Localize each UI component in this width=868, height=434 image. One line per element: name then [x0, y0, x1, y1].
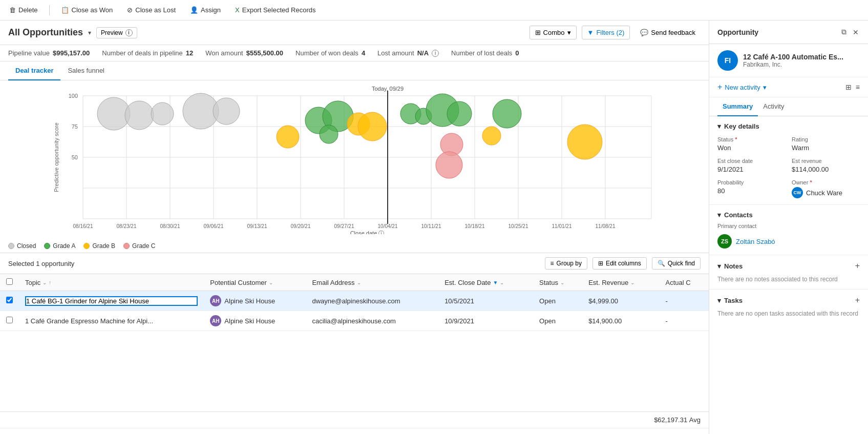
row-1-topic[interactable]	[19, 291, 204, 311]
row-2-checkbox[interactable]	[6, 317, 13, 323]
group-by-button[interactable]: ≡ Group by	[545, 257, 587, 270]
contact-avatar: ZS	[717, 234, 732, 249]
new-activity-button[interactable]: + New activity ▾	[717, 82, 767, 92]
right-panel-title: Opportunity	[717, 28, 758, 36]
main-tabs: Deal tracker Sales funnel	[0, 61, 709, 80]
svg-text:Close date ⓘ: Close date ⓘ	[350, 230, 385, 234]
stats-bar: Pipeline value $995,157.00 Number of dea…	[0, 45, 709, 61]
legend-grade-a-dot	[44, 243, 50, 249]
footer-label: Avg	[689, 416, 701, 424]
customer-sort-icon[interactable]: ⌄	[269, 280, 273, 285]
preview-button[interactable]: Preview i	[96, 27, 137, 38]
topic-sort-up-icon[interactable]: ↑	[49, 280, 51, 285]
feedback-button[interactable]: 💬 Send feedback	[635, 26, 701, 39]
svg-text:10/25/21: 10/25/21	[509, 223, 528, 229]
contact-name[interactable]: Zoltán Szabó	[736, 238, 775, 245]
plus-icon: +	[717, 82, 722, 92]
svg-text:09/20/21: 09/20/21	[291, 223, 311, 229]
right-header-icons: ⧉ ✕	[840, 27, 860, 37]
quick-find-button[interactable]: 🔍 Quick find	[652, 257, 701, 270]
row-1-revenue: $4,999.00	[582, 291, 659, 311]
svg-text:09/06/21: 09/06/21	[204, 223, 224, 229]
close-won-icon: 📋	[61, 6, 69, 14]
row-2-checkbox-cell[interactable]	[0, 311, 19, 331]
primary-contact-label: Primary contact	[709, 222, 868, 231]
probability-value: 80	[717, 187, 786, 195]
close-lost-button[interactable]: ⊘ Close as Lost	[124, 4, 179, 16]
svg-text:09/27/21: 09/27/21	[334, 223, 354, 229]
stat-won-deals: Number of won deals 4	[295, 49, 365, 57]
topic-sort-icon[interactable]: ⌄	[43, 280, 47, 285]
owner-row: CW Chuck Ware	[792, 187, 860, 198]
svg-text:11/01/21: 11/01/21	[552, 223, 572, 229]
select-all-header[interactable]	[0, 274, 19, 291]
assign-button[interactable]: 👤 Assign	[187, 4, 224, 16]
toolbar: 🗑 Delete 📋 Close as Won ⊘ Close as Lost …	[0, 0, 868, 20]
revenue-sort-icon[interactable]: ⌄	[630, 280, 634, 285]
edit-columns-button[interactable]: ⊞ Edit columns	[592, 257, 647, 270]
svg-point-47	[320, 125, 338, 143]
timeline-icon[interactable]: ⊞	[845, 83, 852, 91]
right-panel: Opportunity ⧉ ✕ FI 12 Café A-100 Automat…	[709, 20, 868, 434]
filter-button[interactable]: ▼ Filters (2)	[582, 26, 630, 39]
tasks-toggle-icon[interactable]: ▾	[717, 297, 721, 304]
svg-point-44	[277, 126, 299, 148]
delete-button[interactable]: 🗑 Delete	[6, 4, 41, 16]
row-1-topic-input[interactable]	[25, 296, 198, 306]
row-2-topic[interactable]: 1 Café Grande Espresso Machine for Alpi.…	[19, 311, 204, 331]
bubble-chart: 100 75 50 Predictive opportunity score T…	[8, 86, 701, 234]
tasks-section-header: ▾ Tasks +	[709, 290, 868, 308]
detail-owner: Owner * CW Chuck Ware	[792, 179, 860, 198]
svg-text:08/23/21: 08/23/21	[117, 223, 137, 229]
table-section: Selected 1 opportunity ≡ Group by ⊞ Edit…	[0, 253, 709, 434]
col-status: Status ⌄	[533, 274, 582, 291]
contact-row: ZS Zoltán Szabó	[709, 231, 868, 255]
close-date-filter-icon[interactable]: ▼	[493, 280, 498, 285]
row-1-checkbox[interactable]	[6, 297, 13, 303]
tab-sales-funnel[interactable]: Sales funnel	[60, 61, 112, 80]
add-task-button[interactable]: +	[855, 296, 860, 305]
tab-summary[interactable]: Summary	[717, 97, 758, 116]
export-button[interactable]: X Export Selected Records	[232, 4, 319, 16]
select-all-checkbox[interactable]	[6, 278, 13, 285]
stat-deals-pipeline: Number of deals in pipeline 12	[102, 49, 193, 57]
row-1-email: dwayne@alpineskihouse.com	[306, 291, 438, 311]
row-2-customer: AH Alpine Ski House	[204, 311, 306, 331]
close-panel-button[interactable]: ✕	[852, 27, 860, 37]
tab-deal-tracker[interactable]: Deal tracker	[8, 61, 60, 80]
key-details-section-header[interactable]: ▾ Key details	[709, 116, 868, 133]
combo-button[interactable]: ⊞ Combo ▾	[530, 26, 577, 39]
title-dropdown-icon[interactable]: ▾	[88, 29, 91, 36]
row-1-checkbox-cell[interactable]	[0, 291, 19, 311]
svg-point-43	[213, 98, 240, 125]
notes-section-header: ▾ Notes +	[709, 255, 868, 274]
owner-avatar: CW	[792, 187, 803, 198]
chart-legend: Closed Grade A Grade B Grade C	[0, 239, 709, 253]
new-activity-dropdown-icon[interactable]: ▾	[763, 84, 767, 91]
expand-panel-button[interactable]: ⧉	[840, 27, 848, 37]
status-sort-icon[interactable]: ⌄	[560, 280, 564, 285]
row-1-customer-avatar: AH	[210, 295, 221, 306]
col-revenue: Est. Revenue ⌄	[582, 274, 659, 291]
list-icon[interactable]: ≡	[856, 83, 860, 91]
notes-toggle-icon[interactable]: ▾	[717, 262, 721, 270]
main-container: All Opportunities ▾ Preview i ⊞ Combo ▾ …	[0, 20, 868, 434]
close-date-sort-icon[interactable]: ⌄	[500, 280, 504, 285]
row-1-close-date: 10/5/2021	[438, 291, 533, 311]
legend-grade-b: Grade B	[83, 242, 115, 250]
delete-icon: 🗑	[9, 6, 16, 14]
contacts-section-header[interactable]: ▾ Contacts	[709, 205, 868, 222]
left-panel: All Opportunities ▾ Preview i ⊞ Combo ▾ …	[0, 20, 709, 434]
col-potential-customer: Potential Customer ⌄	[204, 274, 306, 291]
legend-closed-dot	[8, 243, 14, 249]
close-won-button[interactable]: 📋 Close as Won	[58, 4, 116, 16]
add-note-button[interactable]: +	[855, 261, 860, 271]
row-1-actual: -	[660, 291, 709, 311]
svg-point-56	[482, 127, 501, 145]
tab-activity[interactable]: Activity	[758, 97, 789, 116]
opportunities-table: Topic ⌄ ↑ Potential Customer ⌄	[0, 274, 709, 331]
email-sort-icon[interactable]: ⌄	[357, 280, 361, 285]
horizontal-scrollbar[interactable]	[0, 428, 709, 434]
chart-area: 100 75 50 Predictive opportunity score T…	[0, 80, 709, 239]
row-1-customer: AH Alpine Ski House	[204, 291, 306, 311]
